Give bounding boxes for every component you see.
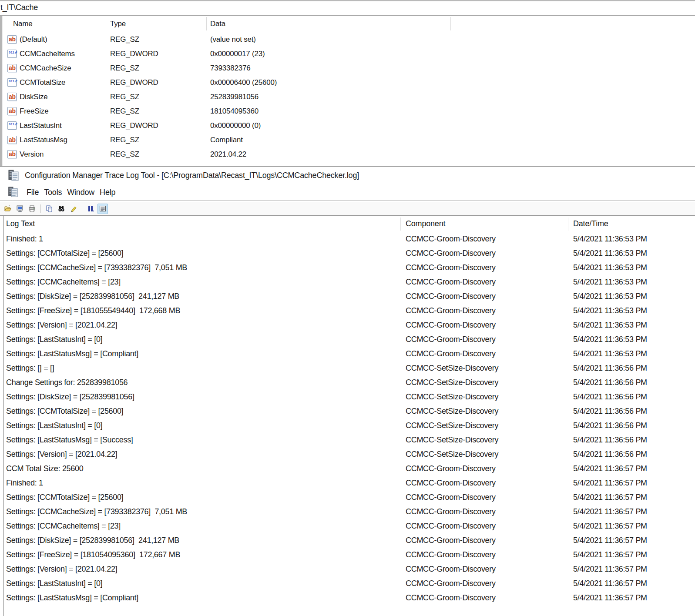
log-datetime: 5/4/2021 11:36:57 PM — [573, 565, 695, 574]
reg-value-type: REG_SZ — [110, 35, 210, 44]
registry-col-name[interactable]: Name — [13, 20, 33, 28]
reg-type-icon — [7, 136, 17, 144]
menu-items: File Tools Window Help — [24, 188, 118, 197]
log-row[interactable]: Settings: [CCMCacheItems] = [23] CCMCC-G… — [4, 519, 695, 533]
log-component: CCMCC-Groom-Discovery — [406, 522, 573, 531]
log-component: CCMCC-Groom-Discovery — [406, 335, 573, 344]
highlight-icon[interactable] — [68, 204, 79, 214]
log-text: Settings: [CCMTotalSize] = [25600] — [4, 407, 406, 416]
address-bar-divider — [0, 15, 695, 16]
log-component: CCMCC-Groom-Discovery — [406, 565, 573, 574]
log-col-datetime[interactable]: Date/Time — [573, 219, 608, 228]
log-component: CCMCC-Groom-Discovery — [406, 464, 573, 473]
reg-value-data: 0x00000017 (23) — [210, 50, 695, 58]
column-separator[interactable] — [106, 17, 106, 30]
reg-value-type: REG_SZ — [110, 150, 210, 159]
log-row[interactable]: Finished: 1 CCMCC-Groom-Discovery 5/4/20… — [4, 476, 695, 490]
log-row[interactable]: CCM Total Size: 25600 CCMCC-Groom-Discov… — [4, 462, 695, 476]
registry-left-gutter — [0, 16, 3, 166]
copy-icon[interactable] — [44, 204, 54, 214]
log-row[interactable]: Settings: [DiskSize] = [252839981056] 24… — [4, 289, 695, 304]
log-text: CCM Total Size: 25600 — [4, 464, 406, 473]
log-row[interactable]: Settings: [FreeSize] = [181054095360] 17… — [4, 548, 695, 562]
log-row[interactable]: Change Settings for: 252839981056 CCMCC-… — [4, 375, 695, 390]
find-icon[interactable] — [56, 204, 67, 214]
registry-address-bar[interactable]: t_IT\Cache — [0, 1, 695, 16]
registry-row[interactable]: (Default) REG_SZ (value not set) — [4, 32, 695, 47]
reg-value-type: REG_DWORD — [110, 78, 210, 87]
menu-item-tools[interactable]: Tools — [41, 188, 64, 197]
log-row[interactable]: Settings: [DiskSize] = [252839981056] CC… — [4, 390, 695, 404]
menu-item-file[interactable]: File — [24, 188, 41, 197]
registry-row[interactable]: CCMCacheItems REG_DWORD 0x00000017 (23) — [4, 47, 695, 61]
registry-row[interactable]: CCMTotalSize REG_DWORD 0x00006400 (25600… — [4, 75, 695, 90]
log-row[interactable]: Settings: [Version] = [2021.04.22] CCMCC… — [4, 447, 695, 462]
reg-value-data: 2021.04.22 — [210, 150, 695, 159]
open-file-icon[interactable] — [3, 204, 13, 214]
log-row[interactable]: Settings: [] = [] CCMCC-SetSize-Discover… — [4, 361, 695, 375]
pause-icon[interactable] — [85, 204, 96, 214]
column-separator[interactable] — [568, 218, 568, 231]
log-datetime: 5/4/2021 11:36:57 PM — [573, 464, 695, 473]
log-row[interactable]: Settings: [LastStatusMsg] = [Success] CC… — [4, 433, 695, 447]
reg-type-icon — [7, 78, 17, 87]
log-text: Settings: [DiskSize] = [252839981056] 24… — [4, 536, 406, 545]
reg-value-data: Compliant — [210, 136, 695, 144]
log-row[interactable]: Settings: [LastStatusMsg] = [Compliant] … — [4, 591, 695, 605]
computer-icon[interactable] — [15, 204, 25, 214]
registry-col-type[interactable]: Type — [110, 20, 126, 28]
menu-item-help[interactable]: Help — [97, 188, 118, 197]
log-row[interactable]: Settings: [Version] = [2021.04.22] CCMCC… — [4, 562, 695, 576]
reg-type-icon — [7, 121, 17, 130]
column-separator[interactable] — [206, 17, 207, 30]
column-separator[interactable] — [400, 218, 401, 231]
log-text: Settings: [FreeSize] = [181055549440] 17… — [4, 306, 406, 315]
registry-row[interactable]: Version REG_SZ 2021.04.22 — [4, 147, 695, 161]
log-row[interactable]: Settings: [CCMCacheItems] = [23] CCMCC-G… — [4, 275, 695, 289]
log-text: Settings: [CCMTotalSize] = [25600] — [4, 249, 406, 258]
print-icon[interactable] — [27, 204, 37, 214]
column-separator[interactable] — [450, 17, 451, 30]
log-row[interactable]: Settings: [Version] = [2021.04.22] CCMCC… — [4, 318, 695, 332]
registry-row[interactable]: DiskSize REG_SZ 252839981056 — [4, 90, 695, 104]
log-datetime: 5/4/2021 11:36:57 PM — [573, 479, 695, 488]
log-component: CCMCC-Groom-Discovery — [406, 234, 573, 244]
log-row[interactable]: Settings: [LastStatusInt] = [0] CCMCC-Gr… — [4, 332, 695, 347]
log-row[interactable]: Settings: [CCMTotalSize] = [25600] CCMCC… — [4, 490, 695, 505]
log-row[interactable]: Settings: [CCMCacheSize] = [7393382376] … — [4, 505, 695, 519]
log-row[interactable]: Settings: [LastStatusInt] = [0] CCMCC-Se… — [4, 418, 695, 433]
reg-value-type: REG_DWORD — [110, 50, 210, 58]
log-datetime: 5/4/2021 11:36:53 PM — [573, 249, 695, 258]
log-datetime: 5/4/2021 11:36:56 PM — [573, 435, 695, 445]
reg-value-type: REG_DWORD — [110, 121, 210, 130]
registry-row[interactable]: FreeSize REG_SZ 181054095360 — [4, 104, 695, 118]
registry-row[interactable]: LastStatusMsg REG_SZ Compliant — [4, 133, 695, 147]
log-row[interactable]: Settings: [FreeSize] = [181055549440] 17… — [4, 304, 695, 318]
log-text: Settings: [CCMCacheSize] = [7393382376] … — [4, 507, 406, 516]
registry-row[interactable]: CCMCacheSize REG_SZ 7393382376 — [4, 61, 695, 75]
registry-col-data[interactable]: Data — [210, 20, 225, 28]
log-datetime: 5/4/2021 11:36:57 PM — [573, 579, 695, 588]
registry-row[interactable]: LastStatusInt REG_DWORD 0x00000000 (0) — [4, 118, 695, 133]
log-row[interactable]: Settings: [CCMTotalSize] = [25600] CCMCC… — [4, 246, 695, 261]
reg-type-icon — [7, 35, 17, 44]
log-datetime: 5/4/2021 11:36:56 PM — [573, 378, 695, 387]
log-row[interactable]: Finished: 1 CCMCC-Groom-Discovery 5/4/20… — [4, 232, 695, 246]
log-component: CCMCC-Groom-Discovery — [406, 306, 573, 315]
log-text: Settings: [CCMCacheItems] = [23] — [4, 522, 406, 531]
log-row[interactable]: Settings: [LastStatusInt] = [0] CCMCC-Gr… — [4, 576, 695, 591]
log-component: CCMCC-Groom-Discovery — [406, 550, 573, 559]
log-row[interactable]: Settings: [CCMCacheSize] = [7393382376] … — [4, 261, 695, 275]
log-text: Settings: [LastStatusInt] = [0] — [4, 579, 406, 588]
log-col-component[interactable]: Component — [406, 219, 445, 228]
log-col-text[interactable]: Log Text — [6, 219, 35, 228]
reg-value-data: (value not set) — [210, 35, 695, 44]
document-window-icon — [7, 187, 19, 200]
log-row[interactable]: Settings: [DiskSize] = [252839981056] 24… — [4, 533, 695, 548]
autoscroll-icon[interactable] — [97, 204, 108, 214]
log-row[interactable]: Settings: [LastStatusMsg] = [Compliant] … — [4, 347, 695, 361]
menu-item-window[interactable]: Window — [64, 188, 97, 197]
reg-value-name: FreeSize — [20, 107, 48, 116]
registry-address[interactable]: t_IT\Cache — [0, 3, 38, 12]
log-row[interactable]: Settings: [CCMTotalSize] = [25600] CCMCC… — [4, 404, 695, 418]
